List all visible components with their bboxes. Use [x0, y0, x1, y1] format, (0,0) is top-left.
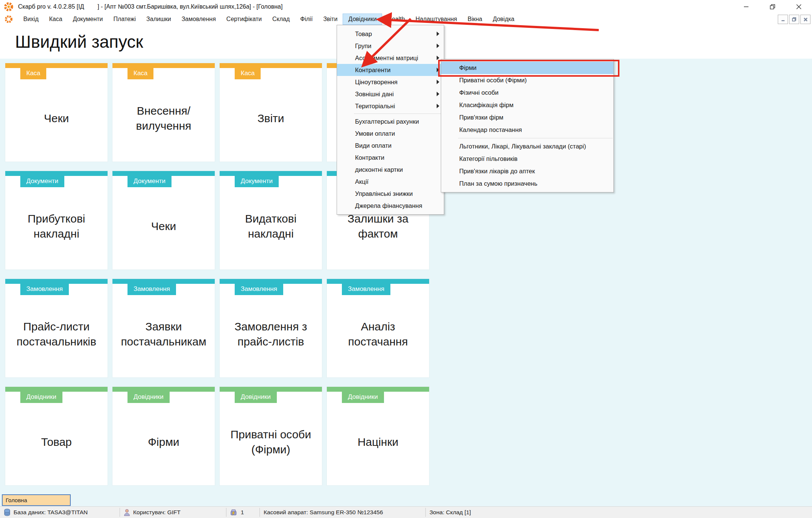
menu-item-branches[interactable]: Філії	[295, 14, 318, 25]
tile-dict-natsinky[interactable]: Довідники Націнки	[327, 387, 429, 485]
tile-orders-price-lists[interactable]: Замовлення Прайс-листи постачальників	[5, 279, 108, 377]
mdi-close-button[interactable]	[800, 15, 810, 24]
submenu-item-pryviazky-firm[interactable]: Прив'язки фірм	[441, 111, 613, 124]
dropdown-item-vydy-oplaty[interactable]: Види оплати	[337, 139, 444, 151]
status-cash-register: Касовий апарат: Samsung ER-350 №123456	[260, 507, 425, 518]
submenu-item-label: Прив'язки лікарів до аптек	[459, 168, 535, 175]
dropdown-item-umovy-oplaty[interactable]: Умови оплати	[337, 127, 444, 139]
submenu-arrow-icon	[437, 80, 439, 84]
submenu-item-label: Льготники, Лікарі, Лікувальні заклади (с…	[459, 143, 586, 150]
menu-item-stock[interactable]: Залишки	[141, 14, 176, 25]
tile-orders-analysis[interactable]: Замовлення Аналіз постачання	[327, 279, 429, 377]
dropdown-item-hrupy[interactable]: Групи	[337, 40, 444, 52]
submenu-item-fizychni-osoby[interactable]: Фізичні особи	[441, 86, 613, 99]
menu-item-settings[interactable]: Налаштування	[410, 14, 463, 25]
submenu-item-firmy[interactable]: Фірми	[441, 62, 613, 74]
dropdown-item-terytorialni[interactable]: Територіальні	[337, 100, 444, 112]
dropdown-item-label: Групи	[355, 42, 371, 50]
dropdown-item-label: Зовнішні дані	[355, 91, 394, 98]
dropdown-item-label: Ціноутворення	[355, 79, 398, 86]
tile-category-tag: Документи	[20, 176, 64, 187]
tile-orders-from-price-lists[interactable]: Замовлення Замовлення з прайс-листів	[220, 279, 322, 377]
dropdown-item-label: Джерела фінансування	[355, 202, 422, 209]
menu-item-health[interactable]: Health	[382, 14, 410, 25]
tile-category-tag: Довідники	[342, 392, 384, 403]
submenu-item-lhotnyky[interactable]: Льготники, Лікарі, Лікувальні заклади (с…	[441, 140, 613, 153]
dropdown-item-kontrahenty[interactable]: Контрагенти	[337, 64, 444, 76]
user-text: Користувач: GIFT	[133, 509, 181, 516]
menu-separator	[354, 114, 443, 114]
tile-category-tag: Замовлення	[127, 284, 176, 295]
tile-category-tag: Довідники	[235, 392, 277, 403]
submenu-item-pryvatni-osoby[interactable]: Приватні особи (Фірми)	[441, 74, 613, 86]
menu-item-help[interactable]: Довідка	[487, 14, 520, 25]
dropdown-item-dyskontni-kartky[interactable]: дисконтні картки	[337, 164, 444, 176]
tile-docs-prybutkovi[interactable]: Документи Прибуткові накладні	[5, 171, 108, 270]
tile-category-tag: Каса	[235, 68, 261, 79]
tile-color-bar	[220, 171, 322, 176]
tile-dict-tovar[interactable]: Довідники Товар	[5, 387, 108, 485]
window-title: Скарб pro v. 4.0.2.85 [ІД ] - [Апт №003 …	[18, 3, 282, 10]
dropdown-item-aktsii[interactable]: Акції	[337, 176, 444, 188]
tile-label: Прайс-листи постачальників	[8, 294, 105, 374]
submenu-item-klasyfikatsiia[interactable]: Класифікація фірм	[441, 99, 613, 111]
menu-item-dictionaries[interactable]: Довідники	[343, 14, 382, 25]
tile-kasa-vnesennia[interactable]: Каса Внесення/вилучення	[112, 63, 215, 162]
dropdown-item-zovnishni-dani[interactable]: Зовнішні дані	[337, 88, 444, 100]
restore-button[interactable]	[759, 0, 786, 14]
menu-item-documents[interactable]: Документи	[68, 14, 108, 25]
dropdown-item-dzherela[interactable]: Джерела фінансування	[337, 200, 444, 212]
submenu-item-kalendar[interactable]: Календар постачання	[441, 124, 613, 136]
menu-item-payments[interactable]: Платежі	[108, 14, 141, 25]
tile-label: Фірми	[115, 402, 212, 482]
tile-orders-zaiavky[interactable]: Замовлення Заявки постачальникам	[112, 279, 215, 377]
dropdown-item-upravlinski-znyzhky[interactable]: Управлінські знижки	[337, 188, 444, 200]
menu-item-exit[interactable]: Вихід	[18, 14, 44, 25]
submenu-item-plan[interactable]: План за сумою призначень	[441, 177, 613, 190]
tile-dict-pryvatni[interactable]: Довідники Приватні особи (Фірми)	[220, 387, 322, 485]
submenu-item-label: Класифікація фірм	[459, 101, 513, 109]
mdi-restore-button[interactable]	[789, 15, 799, 24]
submenu-arrow-icon	[437, 56, 439, 60]
dropdown-item-label: Акції	[355, 178, 369, 185]
dropdown-item-rakhunky[interactable]: Бухгалтерські рахунки	[337, 115, 444, 127]
menu-item-reports[interactable]: Звіти	[318, 14, 343, 25]
menu-bar: Вихід Каса Документи Платежі Залишки Зам…	[0, 14, 812, 25]
tile-color-bar	[220, 387, 322, 392]
menu-item-orders[interactable]: Замовлення	[176, 14, 221, 25]
user-icon	[124, 509, 130, 516]
tile-color-bar	[112, 387, 215, 392]
mdi-minimize-button[interactable]	[778, 15, 788, 24]
close-button[interactable]	[786, 0, 812, 14]
tile-color-bar	[327, 279, 429, 284]
menu-app-icon	[5, 15, 13, 23]
database-text: База даних: TASA3@TITAN	[14, 509, 88, 516]
submenu-item-label: Календар постачання	[459, 126, 522, 133]
dropdown-item-tovar[interactable]: Товар	[337, 28, 444, 40]
tile-kasa-cheky[interactable]: Каса Чеки	[5, 63, 108, 162]
status-database: База даних: TASA3@TITAN	[0, 507, 120, 518]
tile-category-tag: Замовлення	[20, 284, 69, 295]
dropdown-item-kontrakty[interactable]: Контракти	[337, 151, 444, 164]
dropdown-item-matrytsi[interactable]: Асортиментні матриці	[337, 52, 444, 64]
tile-kasa-zvity[interactable]: Каса Звіти	[220, 63, 322, 162]
submenu-item-katehorii[interactable]: Категорії пільговиків	[441, 153, 613, 165]
tile-dict-firmy[interactable]: Довідники Фірми	[112, 387, 215, 485]
tile-color-bar	[5, 63, 108, 68]
status-zone: Зона: Склад [1]	[426, 507, 591, 518]
menu-item-windows[interactable]: Вікна	[462, 14, 487, 25]
tile-docs-vydatkovi[interactable]: Документи Видаткові накладні	[220, 171, 322, 270]
tile-docs-cheky[interactable]: Документи Чеки	[112, 171, 215, 270]
menu-item-kasa[interactable]: Каса	[44, 14, 68, 25]
cash-register-text: Касовий апарат: Samsung ER-350 №123456	[264, 509, 383, 516]
menu-item-certificates[interactable]: Сертифікати	[221, 14, 267, 25]
dropdown-item-tsinoutvorennia[interactable]: Ціноутворення	[337, 76, 444, 88]
menu-item-warehouse[interactable]: Склад	[267, 14, 295, 25]
tile-label: Націнки	[330, 402, 426, 482]
tab-holovna[interactable]: Головна	[2, 494, 71, 506]
submenu-arrow-icon	[437, 68, 439, 72]
tab-label: Головна	[6, 497, 27, 503]
minimize-button[interactable]	[733, 0, 759, 14]
submenu-item-pryviazky-likariv[interactable]: Прив'язки лікарів до аптек	[441, 165, 613, 177]
submenu-arrow-icon	[437, 32, 439, 36]
